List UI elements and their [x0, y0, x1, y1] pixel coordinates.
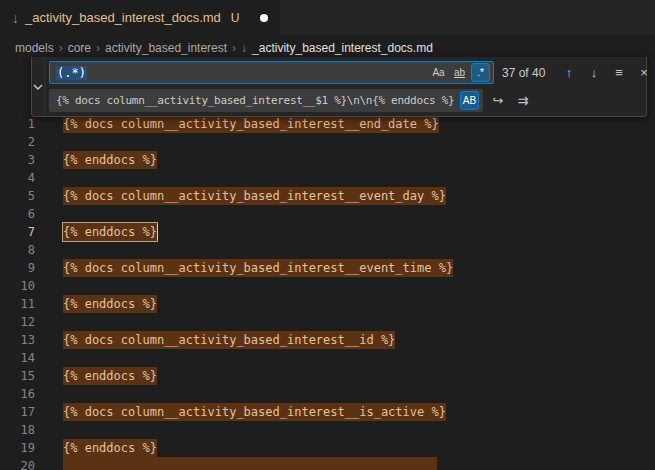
markdown-file-icon: ↓ — [12, 11, 19, 25]
editor-line: 8 — [0, 241, 655, 259]
line-number: 12 — [0, 313, 35, 331]
editor-line: 16 — [0, 385, 655, 403]
editor-line: 20 — [0, 457, 655, 470]
line-number: 13 — [0, 331, 35, 349]
chevron-down-icon — [32, 78, 44, 96]
editor-line: 3{% enddocs %} — [0, 151, 655, 169]
find-match: {% enddocs %} — [63, 367, 157, 385]
editor-line: 12 — [0, 313, 655, 331]
editor-line: 4 — [0, 169, 655, 187]
close-icon: × — [640, 66, 648, 79]
find-match: {% docs column__activity_based_interest_… — [63, 115, 439, 133]
editor-line: 15{% enddocs %} — [0, 367, 655, 385]
breadcrumb-item[interactable]: models — [15, 41, 54, 55]
find-match: {% docs column__activity_based_interest_… — [63, 259, 453, 277]
preserve-case-button[interactable]: AB — [460, 91, 479, 110]
git-status-badge: U — [231, 11, 240, 25]
line-number: 2 — [0, 133, 35, 151]
line-number: 14 — [0, 349, 35, 367]
line-number: 5 — [0, 187, 35, 205]
line-number: 19 — [0, 439, 35, 457]
find-replace-widget: (.*) Aa ab .* 37 of 40 ↑ ↓ ≡ × {% docs c… — [31, 57, 647, 117]
breadcrumb-item[interactable]: core — [68, 41, 91, 55]
find-match: {% enddocs %} — [63, 295, 157, 313]
tab-filename: _activity_based_interest_docs.md — [25, 10, 221, 25]
editor-line: 19{% enddocs %} — [0, 439, 655, 457]
arrow-down-icon: ↓ — [591, 66, 598, 79]
line-number: 8 — [0, 241, 35, 259]
next-match-button[interactable]: ↓ — [584, 63, 604, 83]
match-case-button[interactable]: Aa — [429, 63, 448, 82]
editor-line: 13{% docs column__activity_based_interes… — [0, 331, 655, 349]
unsaved-dot-icon[interactable] — [260, 14, 268, 22]
breadcrumb-separator: › — [96, 41, 100, 55]
line-number: 16 — [0, 385, 35, 403]
line-number: 10 — [0, 277, 35, 295]
line-number: 20 — [0, 457, 35, 470]
tab-bar: ↓ _activity_based_interest_docs.md U — [0, 0, 655, 35]
selection-lines-icon: ≡ — [615, 66, 623, 79]
tab-activity-docs[interactable]: ↓ _activity_based_interest_docs.md U — [0, 0, 281, 35]
editor-line: 1{% docs column__activity_based_interest… — [0, 115, 655, 133]
replace-button[interactable]: ↪ — [488, 91, 508, 111]
breadcrumb-separator: › — [59, 41, 63, 55]
replace-row: {% docs column__activity_based_interest_… — [49, 88, 654, 113]
previous-match-button[interactable]: ↑ — [559, 63, 579, 83]
match-count: 37 of 40 — [502, 66, 554, 80]
replace-text: {% docs column__activity_based_interest_… — [56, 94, 458, 107]
replace-all-icon: ⇉ — [518, 94, 529, 107]
toggle-replace-button[interactable] — [32, 57, 45, 116]
breadcrumb-item[interactable]: _activity_based_interest_docs.md — [252, 41, 433, 55]
line-number: 9 — [0, 259, 35, 277]
line-number: 15 — [0, 367, 35, 385]
editor-line: 6 — [0, 205, 655, 223]
markdown-file-icon: ↓ — [241, 41, 247, 55]
find-match: {% docs column__activity_based_interest_… — [63, 187, 446, 205]
line-number: 7 — [0, 223, 35, 241]
editor-line: 5{% docs column__activity_based_interest… — [0, 187, 655, 205]
find-input[interactable]: (.*) Aa ab .* — [49, 61, 494, 84]
whole-word-button[interactable]: ab — [450, 63, 469, 82]
close-button[interactable]: × — [634, 63, 654, 83]
find-row: (.*) Aa ab .* 37 of 40 ↑ ↓ ≡ × — [49, 60, 654, 85]
find-match: {% docs column__activity_based_interest_… — [63, 331, 395, 349]
replace-icon: ↪ — [493, 94, 504, 107]
breadcrumb-item[interactable]: activity_based_interest — [105, 41, 227, 55]
editor-line: 9{% docs column__activity_based_interest… — [0, 259, 655, 277]
find-match: {% enddocs %} — [63, 151, 157, 169]
editor-line: 18 — [0, 421, 655, 439]
editor-line: 10 — [0, 277, 655, 295]
line-number: 1 — [0, 115, 35, 133]
editor-line: 2 — [0, 133, 655, 151]
line-number: 6 — [0, 205, 35, 223]
regex-button[interactable]: .* — [471, 63, 490, 82]
find-in-selection-button[interactable]: ≡ — [609, 63, 629, 83]
editor-line: 14 — [0, 349, 655, 367]
replace-all-button[interactable]: ⇉ — [513, 91, 533, 111]
editor[interactable]: 1{% docs column__activity_based_interest… — [0, 61, 655, 470]
find-match — [63, 457, 437, 470]
replace-input[interactable]: {% docs column__activity_based_interest_… — [49, 89, 483, 112]
text-cursor — [157, 224, 158, 240]
breadcrumb-separator: › — [232, 41, 236, 55]
line-number: 3 — [0, 151, 35, 169]
find-widget-rows: (.*) Aa ab .* 37 of 40 ↑ ↓ ≡ × {% docs c… — [45, 57, 655, 116]
find-match: {% enddocs %} — [63, 223, 157, 241]
editor-line: 11{% enddocs %} — [0, 295, 655, 313]
line-number: 11 — [0, 295, 35, 313]
line-number: 18 — [0, 421, 35, 439]
find-query-text: (.*) — [56, 66, 87, 80]
line-number: 4 — [0, 169, 35, 187]
arrow-up-icon: ↑ — [566, 66, 573, 79]
find-match: {% docs column__activity_based_interest_… — [63, 403, 446, 421]
line-number: 17 — [0, 403, 35, 421]
editor-line: 7{% enddocs %} — [0, 223, 655, 241]
find-match: {% enddocs %} — [63, 439, 157, 457]
editor-line: 17{% docs column__activity_based_interes… — [0, 403, 655, 421]
